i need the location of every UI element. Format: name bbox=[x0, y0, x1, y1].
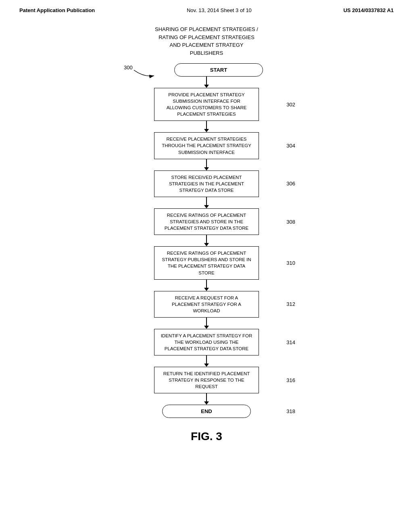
step-label-308: 308 bbox=[286, 219, 295, 225]
step-row-308: RECEIVE RATINGS OF PLACEMENT STRATEGIES … bbox=[122, 208, 291, 235]
step-label-304: 304 bbox=[286, 143, 295, 149]
start-row: 300 START bbox=[122, 63, 291, 77]
step-label-316: 316 bbox=[286, 377, 295, 383]
step-row-316: RETURN THE IDENTIFIED PLACEMENT STRATEGY… bbox=[122, 367, 291, 393]
step-row-306: STORE RECEIVED PLACEMENT STRATEGIES IN T… bbox=[122, 170, 291, 197]
step-label-302: 302 bbox=[286, 102, 295, 108]
arrow-to-308 bbox=[122, 197, 291, 208]
arrow-to-310 bbox=[122, 235, 291, 246]
svg-text:300: 300 bbox=[124, 64, 133, 71]
step-box-306: STORE RECEIVED PLACEMENT STRATEGIES IN T… bbox=[154, 170, 259, 197]
flowchart: 300 START PROVIDE PLACEMENT STRATEGY SUB… bbox=[106, 63, 307, 418]
end-box: END bbox=[162, 405, 251, 418]
figure-label: FIG. 3 bbox=[191, 430, 222, 443]
arrow-to-316 bbox=[122, 355, 291, 367]
step-label-314: 314 bbox=[286, 339, 295, 345]
arrow-to-314 bbox=[122, 318, 291, 329]
end-label: 318 bbox=[286, 408, 295, 414]
step-label-310: 310 bbox=[286, 260, 295, 266]
start-box: START bbox=[174, 63, 263, 77]
step-label-306: 306 bbox=[286, 181, 295, 187]
step-row-304: RECEIVE PLACEMENT STRATEGIES THROUGH THE… bbox=[122, 132, 291, 159]
step-box-308: RECEIVE RATINGS OF PLACEMENT STRATEGIES … bbox=[154, 208, 259, 235]
diagram-title: SHARING OF PLACEMENT STRATEGIES / RATING… bbox=[155, 25, 258, 57]
step-row-310: RECEIVE RATINGS OF PLACEMENT STRATEGY PU… bbox=[122, 246, 291, 279]
step-row-314: IDENTIFY A PLACEMENT STRATEGY FOR THE WO… bbox=[122, 329, 291, 355]
step-box-314: IDENTIFY A PLACEMENT STRATEGY FOR THE WO… bbox=[154, 329, 259, 355]
step-box-304: RECEIVE PLACEMENT STRATEGIES THROUGH THE… bbox=[154, 132, 259, 159]
header-left: Patent Application Publication bbox=[19, 7, 95, 13]
step-box-316: RETURN THE IDENTIFIED PLACEMENT STRATEGY… bbox=[154, 367, 259, 393]
step-label-312: 312 bbox=[286, 301, 295, 307]
step-box-310: RECEIVE RATINGS OF PLACEMENT STRATEGY PU… bbox=[154, 246, 259, 279]
steps-container: PROVIDE PLACEMENT STRATEGY SUBMISSION IN… bbox=[122, 77, 291, 393]
arrow-to-312 bbox=[122, 280, 291, 291]
arrow-to-302 bbox=[122, 77, 291, 88]
header-right: US 2014/0337832 A1 bbox=[343, 7, 394, 13]
step-row-312: RECEIVE A REQUEST FOR A PLACEMENT STRATE… bbox=[122, 291, 291, 318]
step-row-302: PROVIDE PLACEMENT STRATEGY SUBMISSION IN… bbox=[122, 88, 291, 121]
main-content: SHARING OF PLACEMENT STRATEGIES / RATING… bbox=[0, 17, 413, 455]
step-box-302: PROVIDE PLACEMENT STRATEGY SUBMISSION IN… bbox=[154, 88, 259, 121]
arrow-to-304 bbox=[122, 121, 291, 132]
page-header: Patent Application Publication Nov. 13, … bbox=[0, 0, 413, 17]
header-center: Nov. 13, 2014 Sheet 3 of 10 bbox=[187, 7, 252, 13]
step-box-312: RECEIVE A REQUEST FOR A PLACEMENT STRATE… bbox=[154, 291, 259, 318]
end-row: END 318 bbox=[122, 405, 291, 418]
arrow-to-end bbox=[204, 393, 209, 405]
arrow-to-306 bbox=[122, 159, 291, 170]
